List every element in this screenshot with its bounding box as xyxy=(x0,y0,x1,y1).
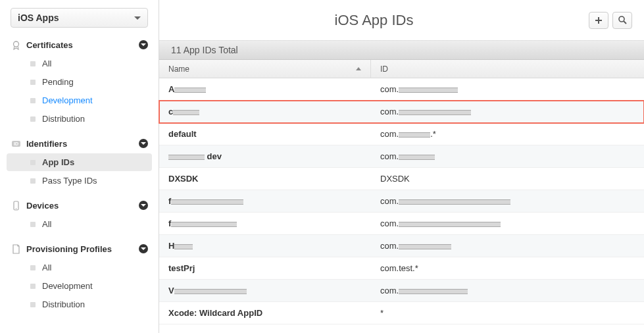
redacted-text xyxy=(399,289,468,294)
sidebar-item-distribution[interactable]: Distribution xyxy=(7,295,152,313)
section-header-provisioning-profiles[interactable]: Provisioning Profiles xyxy=(0,240,159,258)
sidebar-item-development[interactable]: Development xyxy=(7,91,152,109)
table-row[interactable]: Xcode: Wildcard AppID* xyxy=(159,302,644,324)
sidebar-item-label: Development xyxy=(42,95,93,105)
section-label: Identifiers xyxy=(26,139,139,149)
cell-name: A xyxy=(159,84,371,94)
sidebar-item-all[interactable]: All xyxy=(7,259,152,276)
cell-name: V xyxy=(159,286,371,295)
svg-line-6 xyxy=(624,21,626,24)
cell-name: default xyxy=(159,129,371,139)
svg-point-4 xyxy=(15,208,16,209)
sidebar-item-label: Distribution xyxy=(42,299,85,309)
cell-name: DXSDK xyxy=(159,174,371,184)
table-row[interactable]: testPrjcom.test.* xyxy=(159,257,644,280)
section-label: Devices xyxy=(26,201,139,211)
profile-icon xyxy=(11,243,21,254)
bullet-icon xyxy=(30,302,36,307)
redacted-text xyxy=(174,88,206,93)
cell-id: com. xyxy=(371,84,644,94)
redacted-text xyxy=(399,244,451,249)
certificate-icon xyxy=(11,39,21,50)
chevron-down-icon xyxy=(139,40,148,49)
cell-id: com. xyxy=(371,196,644,206)
redacted-text xyxy=(399,132,430,138)
cell-id: com. xyxy=(371,218,644,228)
page-title: iOS App IDs xyxy=(159,12,589,29)
sidebar-item-label: Pending xyxy=(42,77,74,87)
device-icon xyxy=(11,200,21,211)
cell-name: c xyxy=(159,107,371,116)
redacted-text xyxy=(168,155,205,160)
cell-name: H xyxy=(159,241,371,251)
main-panel: iOS App IDs 11 App IDs Total Name ID Aco… xyxy=(159,0,644,333)
table-row[interactable]: fcom. xyxy=(159,190,644,213)
section-header-certificates[interactable]: Certificates xyxy=(0,36,159,54)
sidebar-item-distribution[interactable]: Distribution xyxy=(7,110,152,128)
id-icon: ID xyxy=(11,138,21,149)
redacted-text xyxy=(174,244,193,249)
column-header-name[interactable]: Name xyxy=(159,60,371,78)
cell-id: com. xyxy=(371,286,644,295)
app-category-dropdown[interactable]: iOS Apps xyxy=(11,8,148,28)
table-row[interactable]: Vcom. xyxy=(159,280,644,302)
section-label: Provisioning Profiles xyxy=(26,244,139,254)
cell-name: testPrj xyxy=(159,263,371,273)
dropdown-label: iOS Apps xyxy=(18,13,59,23)
bullet-icon xyxy=(30,178,36,184)
sidebar-item-app-ids[interactable]: App IDs xyxy=(7,153,152,171)
bullet-icon xyxy=(30,116,36,122)
section-header-devices[interactable]: Devices xyxy=(0,196,159,215)
plus-icon xyxy=(595,16,603,24)
table-row[interactable]: Hcom. xyxy=(159,235,644,257)
table-body: Acom.ccom.defaultcom..* devcom.DXSDKDXSD… xyxy=(159,78,644,324)
sidebar-item-all[interactable]: All xyxy=(7,215,152,233)
bullet-icon xyxy=(30,222,36,227)
svg-point-0 xyxy=(13,41,18,47)
column-label: ID xyxy=(380,64,388,74)
cell-id: com.test.* xyxy=(371,263,644,273)
table-row[interactable]: DXSDKDXSDK xyxy=(159,168,644,190)
sidebar-item-development[interactable]: Development xyxy=(7,277,152,295)
search-button[interactable] xyxy=(612,12,632,29)
redacted-text xyxy=(399,88,458,93)
sidebar-section: CertificatesAllPendingDevelopmentDistrib… xyxy=(0,36,159,128)
table-row[interactable]: ccom. xyxy=(159,101,644,123)
sidebar-item-label: All xyxy=(42,59,51,68)
cell-id: DXSDK xyxy=(371,174,644,184)
bullet-icon xyxy=(30,98,36,103)
cell-name: f xyxy=(159,196,371,206)
table-row[interactable]: Acom. xyxy=(159,78,644,101)
sidebar-item-all[interactable]: All xyxy=(7,55,152,72)
section-header-identifiers[interactable]: IDIdentifiers xyxy=(0,134,159,153)
table-row[interactable]: devcom. xyxy=(159,145,644,168)
count-bar: 11 App IDs Total xyxy=(159,41,644,60)
header-actions xyxy=(589,12,632,29)
svg-point-5 xyxy=(619,16,624,22)
sidebar-section: Provisioning ProfilesAllDevelopmentDistr… xyxy=(0,240,159,313)
add-button[interactable] xyxy=(589,12,608,29)
table-row[interactable]: fcom. xyxy=(159,213,644,235)
column-header-id[interactable]: ID xyxy=(371,60,644,78)
chevron-down-icon xyxy=(139,139,148,148)
redacted-text xyxy=(174,289,247,294)
cell-id: com..* xyxy=(371,129,644,139)
sidebar-item-label: All xyxy=(42,219,51,229)
sidebar-item-pending[interactable]: Pending xyxy=(7,73,152,91)
column-label: Name xyxy=(168,64,189,74)
table-row[interactable]: defaultcom..* xyxy=(159,123,644,145)
redacted-text xyxy=(399,155,435,160)
bullet-icon xyxy=(30,160,36,165)
chevron-down-icon xyxy=(139,201,148,210)
redacted-text xyxy=(399,199,510,205)
sidebar: iOS Apps CertificatesAllPendingDevelopme… xyxy=(0,0,159,333)
chevron-down-icon xyxy=(134,16,141,20)
cell-name: Xcode: Wildcard AppID xyxy=(159,308,371,318)
section-label: Certificates xyxy=(26,40,139,50)
sidebar-item-pass-type-ids[interactable]: Pass Type IDs xyxy=(7,172,152,190)
sort-asc-icon xyxy=(356,67,361,70)
redacted-text xyxy=(399,110,471,115)
redacted-text xyxy=(173,110,199,115)
redacted-text xyxy=(399,222,501,227)
cell-id: com. xyxy=(371,241,644,251)
